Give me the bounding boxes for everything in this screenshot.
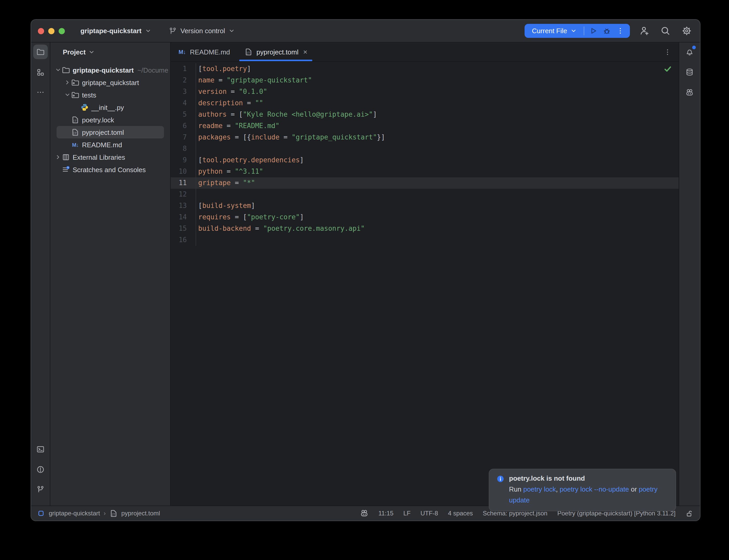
project-panel-header[interactable]: Project	[50, 43, 170, 61]
settings-button[interactable]	[679, 24, 694, 38]
code-line-3[interactable]: 3version = "0.1.0"	[171, 86, 679, 97]
debug-button[interactable]	[600, 24, 613, 38]
code-line-15[interactable]: 15build-backend = "poetry.core.masonry.a…	[171, 223, 679, 234]
tree-item-readme-md[interactable]: M↓README.md	[50, 138, 170, 151]
status-item-1[interactable]: LF	[404, 510, 411, 517]
tree-item-label: pyproject.toml	[82, 128, 124, 136]
tree-item-label: README.md	[82, 141, 122, 149]
chevron-down-icon	[54, 66, 62, 74]
folder-dot-icon	[71, 78, 79, 87]
writable-lock-icon[interactable]	[685, 509, 694, 517]
close-window-button[interactable]	[38, 28, 44, 34]
minimize-window-button[interactable]	[48, 28, 54, 34]
breadcrumb-project[interactable]: griptape-quickstart	[49, 510, 100, 517]
tree-item-griptape_quickstart[interactable]: griptape_quickstart	[50, 76, 170, 89]
tree-item-label: __init__.py	[91, 103, 124, 111]
breadcrumb-separator: ›	[103, 510, 106, 517]
tree-item-griptape-quickstart[interactable]: griptape-quickstart~/Docume	[50, 64, 170, 76]
problems-toolwindow-button[interactable]	[33, 462, 48, 477]
line-number: 2	[171, 75, 196, 86]
run-widget: Current File	[525, 24, 630, 38]
code-line-13[interactable]: 13[build-system]	[171, 200, 679, 212]
status-item-3[interactable]: 4 spaces	[448, 510, 473, 517]
tree-item-scratches-and-consoles[interactable]: Scratches and Consoles	[50, 163, 170, 176]
titlebar: griptape-quickstart Version control Curr…	[31, 20, 700, 43]
code-line-10[interactable]: 10python = "^3.11"	[171, 166, 679, 177]
tree-item-pyproject-toml[interactable]: [T]pyproject.toml	[50, 126, 170, 138]
code-text: description = ""	[196, 97, 263, 109]
tree-item-label: poetry.lock	[82, 116, 114, 124]
tree-item-tests[interactable]: tests	[50, 89, 170, 101]
code-line-2[interactable]: 2name = "griptape-quickstart"	[171, 75, 679, 86]
more-icon	[36, 88, 45, 96]
vcs-widget[interactable]: Version control	[164, 25, 239, 37]
editor-options-button[interactable]	[663, 48, 671, 56]
vcs-toolwindow-button[interactable]	[33, 482, 48, 497]
code-line-7[interactable]: 7packages = [{include = "griptape_quicks…	[171, 132, 679, 143]
status-item-2[interactable]: UTF-8	[421, 510, 438, 517]
database-icon	[685, 68, 694, 76]
markdown-icon: M↓	[178, 48, 186, 56]
run-config-selector[interactable]: Current File	[532, 27, 582, 35]
code-line-6[interactable]: 6readme = "README.md"	[171, 120, 679, 132]
code-line-9[interactable]: 9[tool.poetry.dependencies]	[171, 155, 679, 166]
code-text: name = "griptape-quickstart"	[196, 75, 312, 86]
notification-link[interactable]: poetry lock --no-update	[560, 485, 629, 493]
chevron-right-icon	[54, 153, 62, 161]
branch-icon	[36, 485, 45, 494]
tab-pyproject-toml[interactable]: [T]pyproject.toml×	[237, 43, 315, 61]
code-line-14[interactable]: 14requires = ["poetry-core"]	[171, 212, 679, 223]
editor-column: M↓README.md[T]pyproject.toml× 1[tool.poe…	[171, 43, 679, 506]
code-line-4[interactable]: 4description = ""	[171, 97, 679, 109]
bell-icon	[685, 48, 694, 56]
svg-text:[T]: [T]	[73, 132, 78, 135]
code-line-12[interactable]: 12	[171, 189, 679, 200]
project-switcher-label: griptape-quickstart	[80, 27, 142, 35]
chevron-down-icon	[64, 91, 71, 99]
structure-toolwindow-button[interactable]	[33, 65, 48, 79]
code-text: [build-system]	[196, 200, 255, 212]
svg-text:[T]: [T]	[111, 513, 116, 516]
tab-readme-md[interactable]: M↓README.md	[171, 43, 237, 61]
toml-icon: [T]	[71, 128, 79, 136]
titlebar-right: Current File	[525, 24, 700, 38]
code-text: readme = "README.md"	[196, 120, 279, 132]
notifications-button[interactable]	[682, 45, 697, 59]
line-number: 5	[171, 109, 196, 120]
line-number: 12	[171, 189, 196, 200]
notification-link[interactable]: poetry lock	[523, 485, 556, 493]
code-line-1[interactable]: 1[tool.poetry]	[171, 63, 679, 75]
inspections-ok-icon[interactable]	[664, 65, 672, 73]
database-toolwindow-button[interactable]	[682, 65, 697, 79]
chevron-down-icon	[145, 28, 151, 34]
tree-item-__init__-py[interactable]: __init__.py	[50, 101, 170, 114]
tree-item-external-libraries[interactable]: External Libraries	[50, 151, 170, 163]
breadcrumb-file[interactable]: pyproject.toml	[121, 510, 160, 517]
code-text: [tool.poetry]	[196, 63, 251, 75]
search-everywhere-button[interactable]	[658, 24, 672, 38]
tree-item-poetry-lock[interactable]: [T]poetry.lock	[50, 114, 170, 126]
code-line-5[interactable]: 5authors = ["Kyle Roche <hello@griptape.…	[171, 109, 679, 120]
terminal-toolwindow-button[interactable]	[33, 442, 48, 456]
project-toolwindow-button[interactable]	[33, 45, 48, 59]
structure-icon	[36, 68, 45, 76]
code-line-16[interactable]: 16	[171, 234, 679, 246]
notification-title: poetry.lock is not found	[509, 473, 585, 484]
ide-window: griptape-quickstart Version control Curr…	[31, 19, 700, 521]
project-switcher[interactable]: griptape-quickstart	[76, 25, 155, 37]
ai-assistant-button[interactable]	[682, 85, 697, 100]
folder-icon	[36, 48, 45, 56]
notification-popup: poetry.lock is not found Run poetry lock…	[489, 469, 676, 511]
status-item-0[interactable]: 11:15	[378, 510, 393, 517]
ai-assistant-status-icon[interactable]	[360, 509, 369, 517]
code-line-8[interactable]: 8	[171, 143, 679, 155]
code-line-11[interactable]: 11griptape = "*"	[171, 177, 679, 189]
zoom-window-button[interactable]	[59, 28, 65, 34]
add-user-button[interactable]	[637, 24, 651, 38]
code-editor[interactable]: 1[tool.poetry]2name = "griptape-quicksta…	[171, 62, 679, 506]
run-button[interactable]	[586, 24, 600, 38]
more-run-options-button[interactable]	[613, 24, 627, 38]
more-toolwindows-button[interactable]	[33, 85, 48, 100]
close-tab-icon[interactable]: ×	[303, 48, 307, 56]
problems-icon	[36, 465, 45, 473]
